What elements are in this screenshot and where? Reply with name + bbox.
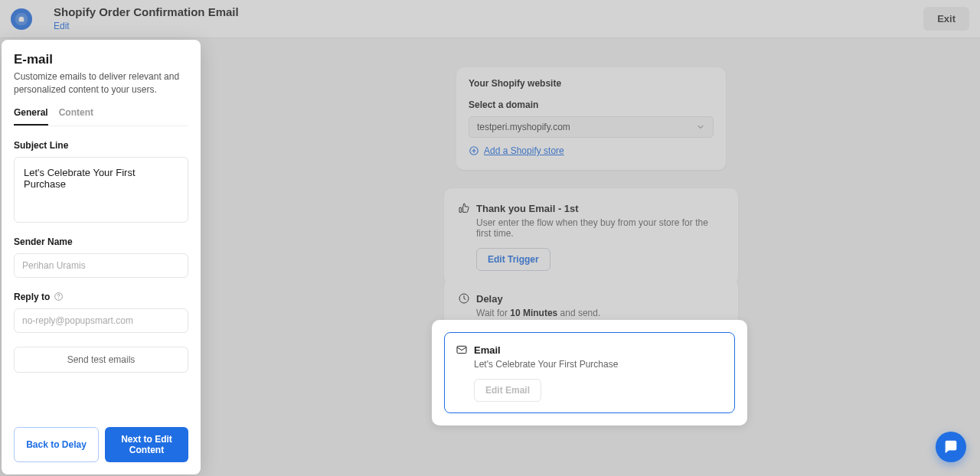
edit-email-button[interactable]: Edit Email [474, 379, 541, 402]
tab-general[interactable]: General [14, 107, 48, 126]
panel-tabs: General Content [14, 107, 188, 126]
svg-rect-3 [457, 346, 466, 353]
help-icon [54, 292, 64, 302]
tab-content[interactable]: Content [59, 107, 93, 126]
subject-label: Subject Line [14, 140, 188, 151]
email-title: Email [474, 344, 501, 356]
replyto-input[interactable] [14, 308, 188, 333]
panel-footer: Back to Delay Next to Edit Content [14, 427, 188, 462]
chat-widget[interactable] [936, 432, 966, 462]
email-card: Email Let's Celebrate Your First Purchas… [432, 320, 747, 425]
chat-icon [942, 439, 959, 455]
back-button[interactable]: Back to Delay [14, 427, 99, 462]
sender-input[interactable] [14, 253, 188, 278]
replyto-label-text: Reply to [14, 292, 50, 302]
next-button[interactable]: Next to Edit Content [105, 427, 188, 462]
panel-subtitle: Customize emails to deliver relevant and… [14, 70, 188, 96]
mail-icon [456, 344, 468, 356]
replyto-label: Reply to [14, 292, 188, 302]
send-test-button[interactable]: Send test emails [14, 347, 188, 373]
email-desc: Let's Celebrate Your First Purchase [474, 359, 724, 370]
panel-title: E-mail [14, 52, 188, 67]
email-settings-panel: E-mail Customize emails to deliver relev… [2, 40, 201, 474]
subject-input[interactable] [14, 157, 188, 223]
email-card-inner: Email Let's Celebrate Your First Purchas… [444, 332, 735, 413]
email-title-row: Email [456, 344, 724, 356]
sender-label: Sender Name [14, 236, 188, 247]
